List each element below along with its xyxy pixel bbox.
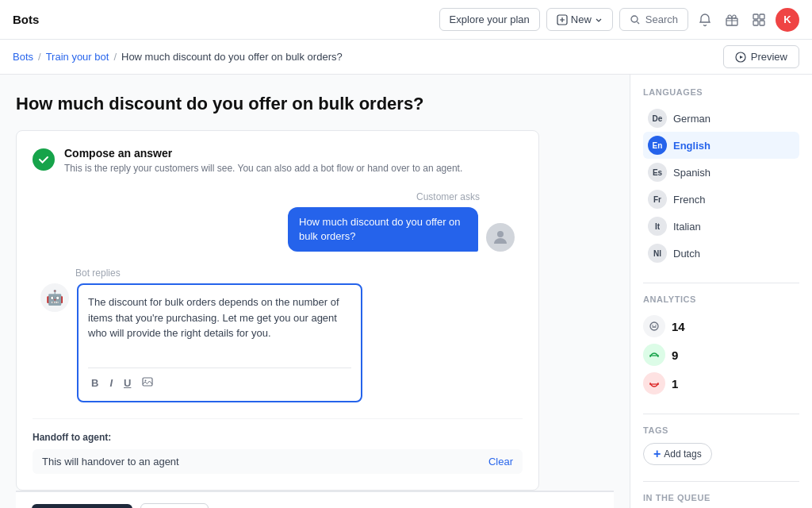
page-title: How much discount do you offer on bulk o… (16, 94, 614, 114)
add-tags-plus-icon: + (653, 447, 661, 461)
notifications-button[interactable] (695, 10, 715, 30)
breadcrumb-current: How much discount do you offer on bulk o… (121, 51, 343, 63)
breadcrumb-sep-1: / (38, 51, 41, 63)
handoff-text: This will handover to an agent (42, 456, 179, 468)
language-item-fr[interactable]: Fr French (643, 186, 799, 213)
lang-label-it: Italian (673, 221, 701, 233)
save-changes-button[interactable]: Save changes (32, 504, 132, 508)
breadcrumb: Bots / Train your bot / How much discoun… (13, 51, 343, 63)
lang-label-fr: French (673, 194, 705, 206)
analytic-icon-negative (643, 372, 665, 394)
bot-avatar: 🤖 (40, 283, 69, 312)
divider-3 (643, 481, 799, 482)
language-item-es[interactable]: Es Spanish (643, 159, 799, 186)
right-panel: LANGUAGES De German En English Es Spanis… (630, 75, 812, 508)
tags-section: TAGS + Add tags (643, 425, 799, 465)
compose-desc: This is the reply your customers will se… (64, 162, 462, 175)
compose-card: Compose an answer This is the reply your… (16, 130, 539, 491)
svg-marker-8 (740, 56, 743, 59)
grid-icon (752, 13, 766, 27)
explore-plan-button[interactable]: Explore your plan (439, 8, 540, 31)
image-button[interactable] (139, 375, 156, 391)
svg-point-12 (650, 322, 658, 330)
analytic-row-positive: 9 (643, 341, 799, 369)
breadcrumb-bar: Bots / Train your bot / How much discoun… (0, 40, 812, 75)
app-title: Bots (13, 13, 39, 26)
chat-area: Customer asks How much discount do you o… (33, 191, 523, 402)
svg-point-11 (145, 380, 147, 382)
lang-badge-fr: Fr (648, 190, 667, 209)
add-tags-label: Add tags (664, 448, 701, 460)
card-header-text: Compose an answer This is the reply your… (64, 147, 462, 175)
bot-reply-text[interactable]: The discount for bulk orders depends on … (88, 294, 351, 358)
gift-icon (725, 13, 739, 27)
customer-avatar (486, 223, 515, 252)
svg-point-14 (655, 325, 657, 326)
gift-button[interactable] (722, 10, 742, 30)
search-icon (630, 14, 641, 25)
analytic-count-neutral: 14 (672, 320, 685, 333)
lang-badge-de: De (648, 109, 667, 128)
add-tags-button[interactable]: + Add tags (643, 443, 712, 465)
lang-label-nl: Dutch (673, 248, 700, 260)
lang-badge-en: En (648, 136, 667, 155)
language-item-it[interactable]: It Italian (643, 213, 799, 240)
compose-title: Compose an answer (64, 147, 462, 160)
breadcrumb-bots-link[interactable]: Bots (13, 51, 33, 63)
discard-button[interactable]: Discard (140, 503, 209, 508)
customer-bubble: How much discount do you offer on bulk o… (288, 207, 478, 252)
main-content: How much discount do you offer on bulk o… (0, 75, 812, 508)
navbar: Bots Explore your plan New Search K (0, 0, 812, 40)
navbar-actions: Explore your plan New Search K (439, 8, 799, 32)
svg-rect-6 (760, 21, 764, 25)
queue-section: IN THE QUEUE (643, 493, 799, 502)
play-icon (735, 52, 746, 63)
new-label: New (571, 13, 592, 25)
divider-2 (643, 414, 799, 414)
search-label: Search (645, 13, 678, 25)
handoff-clear-button[interactable]: Clear (488, 456, 513, 468)
analytics-section: ANALYTICS 14 9 1 (643, 294, 799, 398)
card-header: Compose an answer This is the reply your… (33, 147, 523, 175)
bold-button[interactable]: B (88, 375, 102, 391)
preview-label: Preview (751, 51, 787, 63)
lang-badge-es: Es (648, 163, 667, 182)
check-icon (33, 148, 55, 171)
svg-point-13 (652, 325, 653, 326)
languages-section-title: LANGUAGES (643, 87, 799, 97)
svg-rect-5 (753, 21, 758, 25)
preview-button[interactable]: Preview (723, 45, 799, 68)
handoff-section: Handoff to agent: This will handover to … (33, 418, 523, 474)
analytic-icon-positive (643, 344, 665, 366)
language-item-nl[interactable]: Nl Dutch (643, 240, 799, 267)
search-button[interactable]: Search (619, 8, 688, 31)
lang-label-es: Spanish (673, 167, 710, 179)
italic-button[interactable]: I (106, 375, 116, 391)
analytic-row-negative: 1 (643, 369, 799, 398)
analytic-count-negative: 1 (672, 377, 678, 391)
underline-button[interactable]: U (121, 375, 134, 391)
breadcrumb-sep-2: / (113, 51, 117, 63)
bot-bubble-editor[interactable]: The discount for bulk orders depends on … (77, 283, 362, 402)
svg-rect-3 (753, 14, 758, 19)
user-avatar-button[interactable]: K (776, 8, 799, 32)
lang-badge-it: It (648, 217, 667, 236)
settings-button[interactable] (749, 10, 769, 30)
image-icon (142, 376, 153, 387)
svg-point-1 (631, 16, 638, 22)
analytic-count-positive: 9 (672, 348, 678, 362)
customer-message-row: How much discount do you offer on bulk o… (40, 207, 515, 252)
page-footer: Save changes Discard (16, 491, 614, 508)
analytics-section-title: ANALYTICS (643, 294, 799, 304)
handoff-label: Handoff to agent: (33, 432, 523, 443)
editor-toolbar: B I U (88, 368, 351, 391)
lang-label-en: English (673, 140, 710, 152)
breadcrumb-train-link[interactable]: Train your bot (46, 51, 109, 63)
new-button[interactable]: New (546, 8, 613, 31)
language-item-de[interactable]: De German (643, 105, 799, 132)
handoff-row: This will handover to an agent Clear (33, 449, 523, 474)
chevron-down-icon (595, 16, 603, 24)
customer-asks-label: Customer asks (40, 191, 480, 202)
bot-message-row: 🤖 The discount for bulk orders depends o… (40, 283, 515, 402)
language-item-en[interactable]: En English (643, 132, 799, 159)
